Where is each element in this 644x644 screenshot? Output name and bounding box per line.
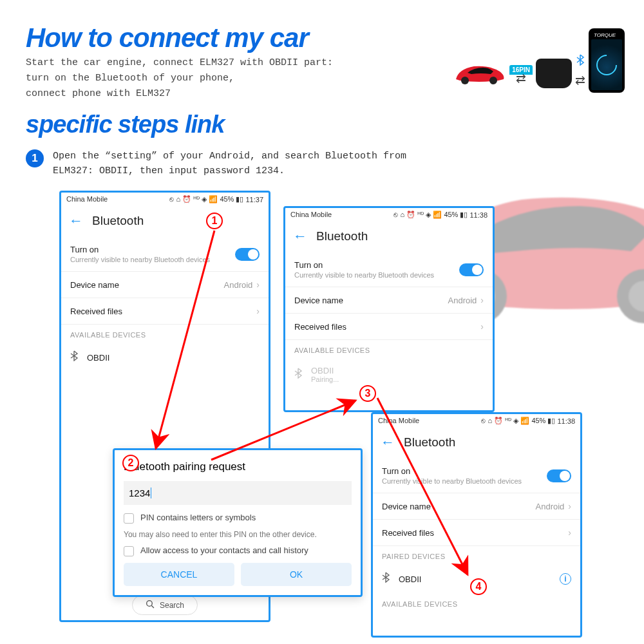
back-icon[interactable]: ← [69,213,83,229]
intro-text: Start the car engine, connect ELM327 wit… [26,55,333,102]
toggle-on-icon[interactable] [459,263,484,276]
back-icon[interactable]: ← [293,228,307,245]
svg-point-5 [461,77,469,84]
arrows-icon: ⇄ [575,77,585,84]
cancel-button[interactable]: CANCEL [124,563,234,586]
available-devices-header: AVAILABLE DEVICES [373,594,580,612]
device-obdii[interactable]: OBDII [61,343,269,372]
screenshot-pairing: China Mobile ⎋ ⌂ ⏰ ᴴᴰ ◈ 📶 45% ▮▯11:38 ← … [283,206,495,412]
pairing-dialog: Bluetooth pairing request 1234 PIN conta… [113,448,363,597]
device-name-row[interactable]: Device name Android› [285,287,493,314]
arrows-icon: ⇄ [516,75,526,82]
checkbox-icon [124,546,134,556]
bluetooth-icon [294,368,302,382]
paired-devices-header: PAIRED DEVICES [373,546,580,564]
pin-letters-checkbox[interactable]: PIN contains letters or symbols [124,513,352,524]
car-icon [452,60,506,87]
screenshot-paired: China Mobile ⎋ ⌂ ⏰ ᴴᴰ ◈ 📶 45% ▮▯11:38 ← … [371,412,582,638]
toggle-on-icon[interactable] [235,248,260,261]
steps-heading: specific steps link [26,111,224,138]
ok-button[interactable]: OK [241,563,352,586]
step-text: Open the “setting” of your Android, and … [53,149,439,178]
dialog-title: Bluetooth pairing request [124,460,352,473]
screen-title: Bluetooth [316,229,368,243]
turn-on-row[interactable]: Turn onCurrently visible to nearby Bluet… [61,237,269,272]
red-step-2: 2 [122,455,139,471]
received-files-row[interactable]: Received files› [61,298,269,325]
received-files-row[interactable]: Received files› [373,520,580,546]
red-step-1: 1 [206,213,223,229]
screen-title: Bluetooth [92,214,144,228]
svg-point-6 [489,77,497,84]
step-1: 1 Open the “setting” of your Android, an… [26,149,439,178]
main-heading: How to connect my car [26,23,308,53]
red-step-4: 4 [470,578,487,595]
bluetooth-icon [70,350,78,365]
svg-line-8 [151,606,154,609]
search-icon [146,600,155,611]
turn-on-row[interactable]: Turn onCurrently visible to nearby Bluet… [285,252,493,287]
status-bar: China Mobile ⎋ ⌂ ⏰ ᴴᴰ ◈ 📶 45% ▮▯11:37 [61,193,269,206]
received-files-row[interactable]: Received files› [285,314,493,340]
search-button[interactable]: Search [132,595,198,615]
checkbox-icon [124,513,134,524]
connection-diagram: 16PIN ⇄ ⇄ TORQUE [452,41,625,106]
info-icon[interactable]: i [560,573,571,585]
dialog-hint: You may also need to enter this PIN on t… [124,530,352,539]
available-devices-header: AVAILABLE DEVICES [61,325,269,343]
pin-input[interactable]: 1234 [124,481,352,505]
toggle-on-icon[interactable] [547,469,571,482]
chevron-right-icon: › [256,279,260,290]
screen-title: Bluetooth [404,435,455,450]
bluetooth-icon [576,54,585,68]
status-bar: China Mobile ⎋ ⌂ ⏰ ᴴᴰ ◈ 📶 45% ▮▯11:38 [285,208,493,222]
device-name-row[interactable]: Device name Android› [373,493,580,520]
bluetooth-icon [382,572,390,586]
allow-contacts-checkbox[interactable]: Allow access to your contacts and call h… [124,545,352,556]
svg-point-7 [147,601,153,607]
step-number-badge: 1 [26,149,44,167]
chevron-right-icon: › [256,306,260,316]
phone-app-icon: TORQUE [589,28,625,93]
available-devices-header: AVAILABLE DEVICES [285,340,493,358]
device-name-row[interactable]: Device name Android› [61,272,269,298]
obd-device-icon [536,59,572,88]
status-bar: China Mobile ⎋ ⌂ ⏰ ᴴᴰ ◈ 📶 45% ▮▯11:38 [373,414,580,428]
device-obdii-pairing[interactable]: OBDII Pairing... [285,358,493,391]
turn-on-row[interactable]: Turn onCurrently visible to nearby Bluet… [373,459,580,493]
red-step-3: 3 [359,385,376,402]
back-icon[interactable]: ← [381,434,395,451]
